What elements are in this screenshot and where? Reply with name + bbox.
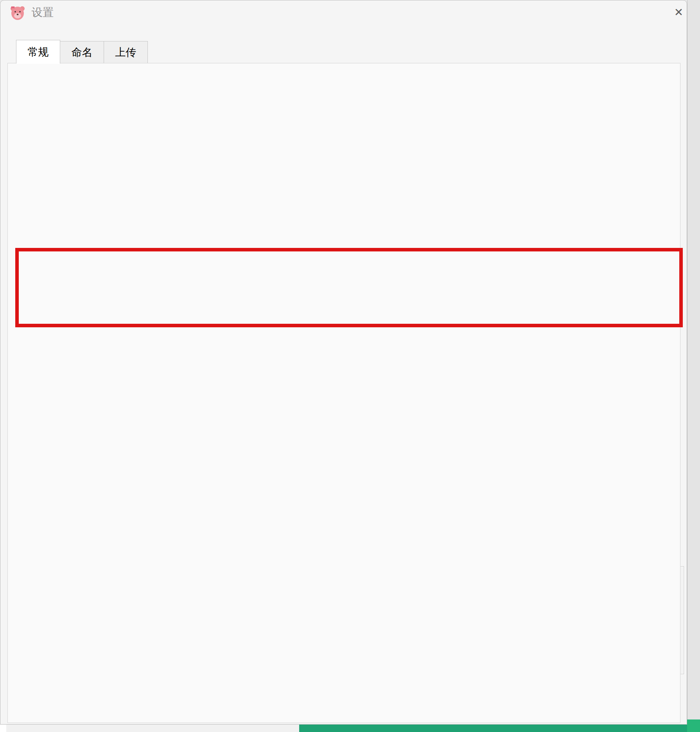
window-title: 设置 bbox=[32, 0, 54, 25]
settings-dialog: 设置 ✕ 常规 命名 上传 首选PT Gen: http://ptgen.yfb… bbox=[0, 0, 687, 725]
tab-general[interactable]: 常规 bbox=[16, 40, 60, 64]
background-app-right-strip bbox=[687, 0, 700, 732]
tab-upload[interactable]: 上传 bbox=[104, 41, 148, 63]
tab-panel bbox=[7, 63, 680, 723]
background-app-teal-bar bbox=[299, 725, 700, 732]
close-icon[interactable]: ✕ bbox=[670, 0, 687, 25]
tab-naming[interactable]: 命名 bbox=[60, 41, 104, 63]
background-app-green-corner bbox=[687, 719, 700, 732]
title-bar: 设置 ✕ bbox=[0, 0, 687, 25]
background-app-white-sliver bbox=[0, 725, 6, 732]
app-logo-icon bbox=[10, 5, 25, 20]
